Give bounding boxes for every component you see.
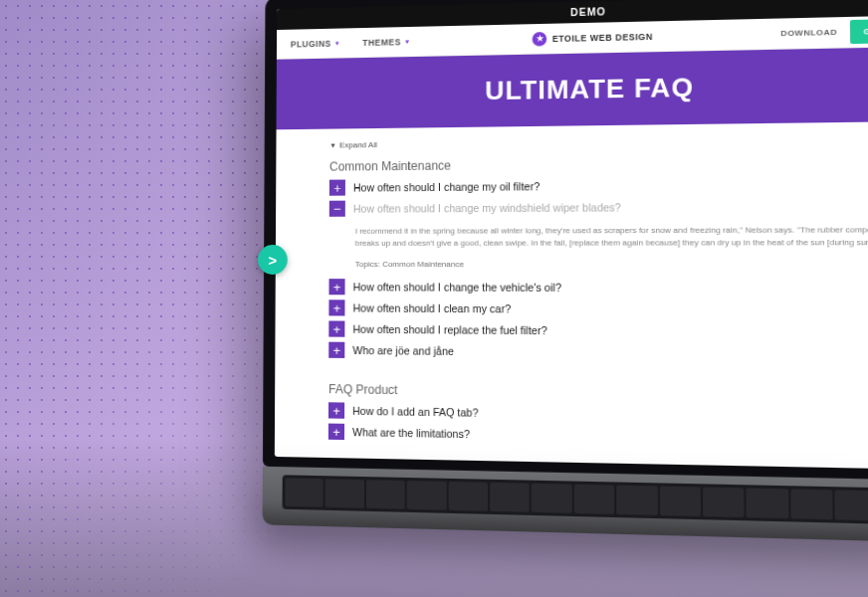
laptop: > DEMO PLUGINS ▼ THEMES ▼ ★ [263, 0, 868, 542]
hero-banner: ULTIMATE FAQ [277, 47, 868, 129]
topic-link[interactable]: Common Maintenance [382, 260, 464, 269]
nav-plugins[interactable]: PLUGINS ▼ [291, 38, 340, 49]
faq-item[interactable]: + What are the limitations? [328, 424, 868, 451]
expand-icon[interactable]: + [328, 299, 344, 315]
expand-icon[interactable]: + [328, 320, 344, 336]
section-title: Common Maintenance [329, 154, 868, 174]
brand[interactable]: ★ ETOILE WEB DESIGN [533, 29, 653, 46]
expand-icon[interactable]: + [328, 424, 344, 441]
nav-left: PLUGINS ▼ THEMES ▼ [291, 36, 411, 49]
section-title: FAQ Product [328, 382, 868, 404]
faq-question: Who are jöe and jåne [352, 342, 454, 357]
nav-plugins-label: PLUGINS [291, 38, 331, 49]
expand-icon[interactable]: + [328, 279, 344, 295]
faq-question: How often should I change my windshield … [353, 199, 621, 215]
expand-all-label: Expand All [339, 140, 377, 149]
faq-question: How often should I replace the fuel filt… [352, 321, 546, 337]
brand-star-icon: ★ [533, 31, 547, 46]
expand-icon[interactable]: + [329, 180, 345, 196]
faq-item[interactable]: + How often should I change the vehicle'… [328, 279, 868, 297]
expand-icon[interactable]: + [328, 402, 344, 418]
faq-item[interactable]: + How often should I clean my car? [328, 299, 868, 318]
faq-item[interactable]: + How do I add an FAQ tab? [328, 402, 868, 427]
faq-question: What are the limitations? [352, 424, 470, 440]
chevron-down-icon: ▼ [404, 39, 411, 45]
faq-topics: Topics: Common Maintenance [329, 254, 868, 281]
faq-item[interactable]: + Who are jöe and jåne [328, 342, 868, 364]
nav-themes-label: THEMES [362, 37, 401, 48]
topics-label: Topics: [355, 260, 380, 269]
faq-question: How often should I change my oil filter? [353, 178, 540, 194]
nav-themes[interactable]: THEMES ▼ [362, 36, 410, 47]
get-premium-button[interactable]: GET PRE [850, 18, 868, 44]
brand-label: ETOILE WEB DESIGN [552, 31, 653, 43]
faq-item[interactable]: + How often should I change my oil filte… [329, 175, 868, 196]
keyboard [283, 475, 868, 524]
page-title: ULTIMATE FAQ [485, 72, 694, 105]
collapse-icon[interactable]: − [329, 201, 345, 217]
chevron-down-icon: ▼ [329, 142, 336, 149]
faq-item[interactable]: − How often should I change my windshiel… [329, 197, 868, 216]
demo-banner-label: DEMO [570, 6, 606, 18]
screen-bezel: > DEMO PLUGINS ▼ THEMES ▼ ★ [263, 0, 868, 481]
download-link[interactable]: DOWNLOAD [780, 28, 837, 39]
faq-item[interactable]: + How often should I replace the fuel fi… [328, 320, 868, 341]
chevron-down-icon: ▼ [334, 40, 340, 46]
browser-viewport: DEMO PLUGINS ▼ THEMES ▼ ★ ETOILE WEB DES… [275, 0, 868, 470]
faq-answer: I recommend it in the spring because all… [329, 220, 868, 254]
faq-question: How often should I change the vehicle's … [353, 279, 561, 294]
nav-right: DOWNLOAD GET PRE [780, 19, 868, 46]
faq-content: ▼ Expand All Common Maintenance + How of… [275, 121, 868, 470]
faq-question: How often should I clean my car? [352, 299, 511, 314]
expand-icon[interactable]: + [328, 342, 344, 358]
expand-all-link[interactable]: ▼ Expand All [329, 140, 377, 150]
play-icon: > [269, 251, 278, 268]
side-launcher-button[interactable]: > [258, 245, 288, 275]
faq-question: How do I add an FAQ tab? [352, 403, 478, 419]
